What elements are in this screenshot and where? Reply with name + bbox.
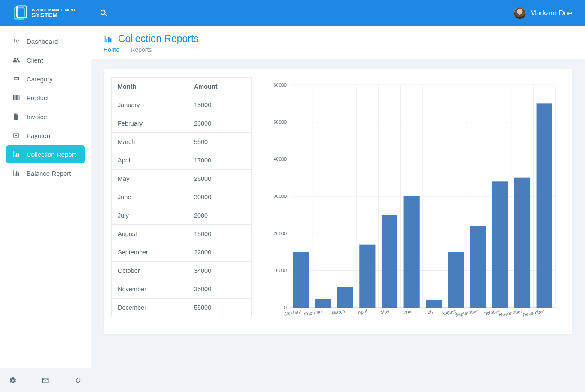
svg-text:30000: 30000 bbox=[273, 194, 287, 199]
user-name: Markarn Doe bbox=[530, 9, 572, 18]
cell-month: July bbox=[112, 206, 188, 225]
sidebar-item-dashboard[interactable]: Dashboard bbox=[6, 32, 85, 50]
sidebar-item-category[interactable]: Category bbox=[6, 70, 85, 88]
table-row: November35000 bbox=[112, 280, 252, 299]
bar-july[interactable] bbox=[426, 300, 442, 308]
svg-text:0: 0 bbox=[284, 305, 287, 310]
mail-icon bbox=[42, 377, 49, 384]
cell-month: May bbox=[112, 170, 188, 188]
svg-text:40000: 40000 bbox=[273, 156, 287, 162]
sidebar-item-invoice[interactable]: Invoice bbox=[6, 108, 85, 126]
cell-amount: 5500 bbox=[188, 133, 251, 151]
cell-month: August bbox=[112, 225, 188, 243]
sidebar-item-product[interactable]: Product bbox=[6, 89, 85, 107]
cell-month: June bbox=[112, 188, 188, 206]
xlabel: July bbox=[425, 308, 434, 315]
table-row: August15000 bbox=[112, 225, 252, 243]
page-header: Collection Reports Home Reports bbox=[91, 26, 585, 59]
barcode-icon bbox=[12, 93, 21, 102]
barchart-icon bbox=[12, 150, 21, 159]
file-icon bbox=[12, 112, 21, 121]
search-icon bbox=[99, 9, 109, 18]
user-menu[interactable]: Markarn Doe bbox=[514, 7, 585, 19]
xlabel: Novermber bbox=[498, 308, 522, 317]
bar-november[interactable] bbox=[514, 178, 530, 308]
settings-button[interactable] bbox=[9, 376, 17, 385]
cell-month: April bbox=[112, 151, 188, 170]
xlabel: December bbox=[522, 308, 544, 317]
xlabel: October bbox=[483, 308, 501, 317]
bar-april[interactable] bbox=[359, 245, 375, 308]
chevron-right-icon bbox=[123, 46, 127, 53]
sidebar-item-collection-report[interactable]: Collection Report bbox=[6, 145, 85, 163]
sidebar-bottom bbox=[0, 368, 91, 392]
cell-amount: 15000 bbox=[188, 96, 251, 114]
svg-text:20000: 20000 bbox=[273, 231, 287, 236]
bar-december[interactable] bbox=[537, 103, 552, 308]
table-row: March5500 bbox=[112, 133, 252, 151]
bar-february[interactable] bbox=[315, 299, 331, 308]
cell-amount: 23000 bbox=[188, 114, 251, 133]
xlabel: March bbox=[331, 308, 345, 316]
sidebar-item-label: Category bbox=[27, 75, 53, 83]
cell-month: March bbox=[112, 133, 188, 151]
table-row: January15000 bbox=[112, 96, 252, 114]
chart-wrap: 0100002000030000400005000060000JanuaryFe… bbox=[264, 77, 564, 326]
breadcrumb-home[interactable]: Home bbox=[104, 46, 119, 53]
mail-button[interactable] bbox=[41, 376, 50, 385]
cell-month: December bbox=[112, 299, 188, 317]
sidebar-item-label: Product bbox=[27, 94, 49, 102]
power-button[interactable] bbox=[74, 376, 82, 385]
cell-amount: 55000 bbox=[188, 299, 251, 317]
cell-month: November bbox=[112, 280, 188, 299]
th-month: Month bbox=[112, 78, 188, 96]
table-row: June30000 bbox=[112, 188, 252, 206]
xlabel: September bbox=[454, 308, 478, 317]
cell-amount: 25000 bbox=[188, 170, 251, 188]
bar-august[interactable] bbox=[448, 252, 464, 308]
sidebar-item-label: Invoice bbox=[27, 113, 47, 120]
logo[interactable]: INVOICE MANAGEMENT SYSTEM bbox=[0, 0, 91, 26]
bar-january[interactable] bbox=[293, 252, 309, 308]
table-row: April17000 bbox=[112, 151, 252, 170]
bar-may[interactable] bbox=[382, 215, 397, 308]
cell-amount: 30000 bbox=[188, 188, 251, 206]
search-button[interactable] bbox=[99, 9, 109, 18]
bar-march[interactable] bbox=[337, 287, 353, 308]
xlabel: June bbox=[401, 308, 412, 315]
cell-amount: 34000 bbox=[188, 262, 251, 280]
sidebar-item-label: Dashboard bbox=[27, 38, 58, 45]
bar-october[interactable] bbox=[492, 181, 508, 308]
xlabel: April bbox=[357, 308, 367, 315]
svg-text:10000: 10000 bbox=[273, 268, 287, 273]
th-amount: Amount bbox=[188, 78, 251, 96]
laptop-icon bbox=[12, 75, 21, 83]
logo-icon bbox=[12, 5, 28, 21]
cell-amount: 2000 bbox=[188, 206, 251, 225]
table-row: September22000 bbox=[112, 243, 252, 262]
gear-icon bbox=[9, 377, 17, 384]
cell-month: September bbox=[112, 243, 188, 262]
bar-september[interactable] bbox=[470, 226, 486, 308]
sidebar-item-label: Payment bbox=[27, 132, 52, 139]
content: Collection Reports Home Reports Month bbox=[91, 26, 585, 392]
svg-text:50000: 50000 bbox=[273, 120, 287, 125]
svg-text:60000: 60000 bbox=[273, 82, 287, 87]
cell-month: January bbox=[112, 96, 188, 114]
table-row: December55000 bbox=[112, 299, 252, 317]
collection-chart: 0100002000030000400005000060000JanuaryFe… bbox=[268, 81, 560, 325]
sidebar-nav: DashboardClientCategoryProductInvoicePay… bbox=[0, 26, 91, 368]
bar-june[interactable] bbox=[404, 196, 420, 308]
main-area: Month Amount January15000February23000Ma… bbox=[91, 59, 585, 344]
people-icon bbox=[12, 56, 21, 64]
barchart-icon bbox=[104, 34, 113, 44]
sidebar-item-client[interactable]: Client bbox=[6, 51, 85, 69]
sidebar-item-payment[interactable]: Payment bbox=[6, 126, 85, 144]
logo-text: INVOICE MANAGEMENT SYSTEM bbox=[32, 9, 75, 18]
money-icon bbox=[12, 131, 21, 140]
logo-line2: SYSTEM bbox=[32, 12, 75, 18]
sidebar-item-balance-report[interactable]: Balance Report bbox=[6, 164, 85, 182]
cell-amount: 17000 bbox=[188, 151, 251, 170]
collection-table: Month Amount January15000February23000Ma… bbox=[111, 77, 252, 317]
breadcrumb-current: Reports bbox=[131, 46, 152, 53]
